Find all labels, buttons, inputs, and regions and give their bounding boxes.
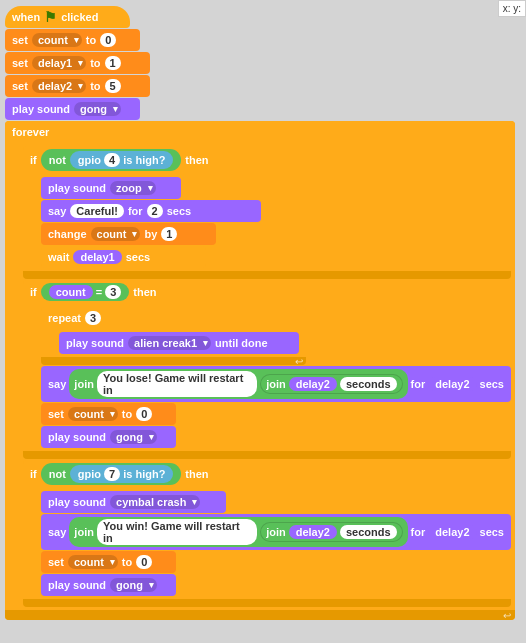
forever-block: forever if not gpio 4 is high? — [5, 121, 515, 620]
repeat-footer: ↩ — [41, 357, 306, 365]
say3-inner-join: join delay2 seconds — [260, 522, 402, 542]
if1-header: if not gpio 4 is high? then — [23, 146, 511, 174]
gpio-val[interactable]: 4 — [104, 153, 120, 167]
say2-text: You lose! Game will restart in — [97, 371, 257, 397]
count3-dropdown[interactable]: count — [68, 555, 118, 569]
careful-text: Careful! — [70, 204, 124, 218]
alien-dropdown[interactable]: alien creak1 — [128, 336, 211, 350]
if1-body: play sound zoop say Careful! for 2 secs … — [41, 174, 511, 271]
count2-value[interactable]: 0 — [136, 407, 152, 421]
say2-block[interactable]: say join You lose! Game will restart in … — [41, 366, 511, 402]
set-delay1-block[interactable]: set delay1 to 1 — [5, 52, 150, 74]
say-careful-block[interactable]: say Careful! for 2 secs — [41, 200, 261, 222]
gong3-dropdown[interactable]: gong — [110, 578, 157, 592]
say3-delay2: delay2 — [289, 525, 337, 539]
cymbal-dropdown[interactable]: cymbal crash — [110, 495, 200, 509]
gong1-dropdown[interactable]: gong — [74, 102, 121, 116]
say-secs-val[interactable]: 2 — [147, 204, 163, 218]
repeat-body: play sound alien creak1 until done — [59, 329, 306, 357]
repeat-header: repeat 3 — [41, 307, 306, 329]
say3-outer-join: join You win! Game will restart in join … — [69, 517, 407, 547]
delay2-dropdown[interactable]: delay2 — [32, 79, 86, 93]
wait-var: delay1 — [73, 250, 121, 264]
count-eq-block: count = 3 — [41, 283, 130, 301]
if1-block: if not gpio 4 is high? then — [23, 146, 511, 279]
count-dropdown[interactable]: count — [32, 33, 82, 47]
forever-body: if not gpio 4 is high? then — [23, 143, 515, 610]
forever-arrow: ↩ — [503, 610, 511, 621]
play-alien-block[interactable]: play sound alien creak1 until done — [59, 332, 299, 354]
if2-footer — [23, 451, 511, 459]
forever-header: forever — [5, 121, 515, 143]
say3-for-var: delay2 — [428, 525, 476, 539]
wait-block[interactable]: wait delay1 secs — [41, 246, 206, 268]
count2-dropdown[interactable]: count — [68, 407, 118, 421]
change-count-block[interactable]: change count by 1 — [41, 223, 216, 245]
delay1-dropdown[interactable]: delay1 — [32, 56, 86, 70]
set-count3-block[interactable]: set count to 0 — [41, 551, 176, 573]
zoop-dropdown[interactable]: zoop — [110, 181, 156, 195]
if3-block: if not gpio 7 is high? then play so — [23, 460, 511, 607]
say3-text: You win! Game will restart in — [97, 519, 257, 545]
gong2-dropdown[interactable]: gong — [110, 430, 157, 444]
flag-icon: ⚑ — [44, 9, 57, 25]
say2-outer-join: join You lose! Game will restart in join… — [69, 369, 407, 399]
play-gong2-block[interactable]: play sound gong — [41, 426, 176, 448]
gpio3-sensing: gpio 7 is high? — [70, 465, 174, 483]
say2-inner-join: join delay2 seconds — [260, 374, 402, 394]
say2-delay2: delay2 — [289, 377, 337, 391]
if2-body: repeat 3 play sound alien creak1 until d… — [41, 304, 511, 451]
if3-header: if not gpio 7 is high? then — [23, 460, 511, 488]
when-label: when — [12, 11, 40, 23]
gpio3-val[interactable]: 7 — [104, 467, 120, 481]
forever-footer: ↩ — [5, 610, 515, 620]
set-count2-block[interactable]: set count to 0 — [41, 403, 176, 425]
if3-footer — [23, 599, 511, 607]
say3-seconds: seconds — [340, 525, 397, 539]
play-gong1-block[interactable]: play sound gong — [5, 98, 140, 120]
say2-for-var: delay2 — [428, 377, 476, 391]
say3-block[interactable]: say join You win! Game will restart in j… — [41, 514, 511, 550]
count-value[interactable]: 0 — [100, 33, 116, 47]
set-delay2-block[interactable]: set delay2 to 5 — [5, 75, 150, 97]
clicked-label: clicked — [61, 11, 98, 23]
count3-value[interactable]: 0 — [136, 555, 152, 569]
not-block: not gpio 4 is high? — [41, 149, 182, 171]
change-val[interactable]: 1 — [161, 227, 177, 241]
play-cymbal-block[interactable]: play sound cymbal crash — [41, 491, 226, 513]
play-zoop-block[interactable]: play sound zoop — [41, 177, 181, 199]
set-count-block[interactable]: set count to 0 — [5, 29, 140, 51]
if2-header: if count = 3 then — [23, 280, 511, 304]
repeat-block: repeat 3 play sound alien creak1 until d… — [41, 307, 306, 365]
if2-val[interactable]: 3 — [105, 285, 121, 299]
delay1-value[interactable]: 1 — [105, 56, 121, 70]
not3-block: not gpio 7 is high? — [41, 463, 182, 485]
script-area: when ⚑ clicked set count to 0 set delay1… — [5, 5, 515, 621]
say2-seconds: seconds — [340, 377, 397, 391]
play-gong3-block[interactable]: play sound gong — [41, 574, 176, 596]
when-clicked-block[interactable]: when ⚑ clicked — [5, 6, 130, 28]
if2-block: if count = 3 then repeat 3 — [23, 280, 511, 459]
if3-body: play sound cymbal crash say join You win… — [41, 488, 511, 599]
if1-footer — [23, 271, 511, 279]
change-var-dropdown[interactable]: count — [91, 227, 141, 241]
if2-var: count — [49, 285, 93, 299]
delay2-value[interactable]: 5 — [105, 79, 121, 93]
repeat-arrow: ↩ — [295, 356, 303, 367]
repeat-val[interactable]: 3 — [85, 311, 101, 325]
gpio-sensing: gpio 4 is high? — [70, 151, 174, 169]
